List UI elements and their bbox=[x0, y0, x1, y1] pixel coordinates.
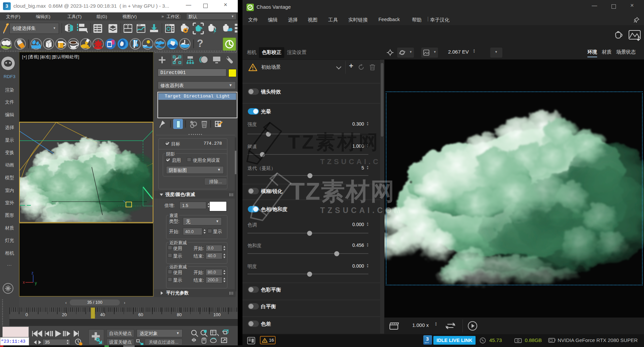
svg-text:x: x bbox=[23, 280, 25, 285]
svg-text:y: y bbox=[35, 281, 37, 285]
svg-text:z: z bbox=[31, 271, 33, 275]
